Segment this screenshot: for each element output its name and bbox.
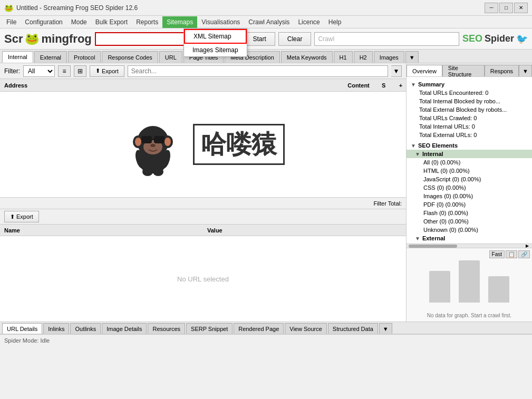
tree-item-internal-css[interactable]: CSS (0) (0.00%) <box>407 183 532 192</box>
right-tab-overview[interactable]: Overview <box>407 65 442 76</box>
dropdown-xml-sitemap[interactable]: XML Sitemap <box>184 29 247 44</box>
right-panel: Overview Site Structure Respons ▼ ▼ Summ… <box>407 63 532 322</box>
bottom-tab-rendered-page[interactable]: Rendered Page <box>234 323 284 334</box>
menu-mode[interactable]: Mode <box>67 16 91 28</box>
spider-text: Spider <box>485 33 514 44</box>
tree-item-total-external-blocked[interactable]: Total External Blocked by robots... <box>407 105 532 114</box>
graph-fast-btn[interactable]: Fast <box>489 250 505 258</box>
status-bar: Spider Mode: Idle <box>0 334 532 346</box>
export-button[interactable]: ⬆ Export <box>90 65 124 77</box>
bottom-tab-inlinks[interactable]: Inlinks <box>43 323 69 334</box>
details-col-value: Value <box>203 227 406 233</box>
tree-item-total-urls-encountered[interactable]: Total URLs Encountered: 0 <box>407 89 532 97</box>
tab-h2[interactable]: H2 <box>354 51 373 63</box>
tree-item-internal-html[interactable]: HTML (0) (0.00%) <box>407 167 532 175</box>
bottom-tab-image-details[interactable]: Image Details <box>102 323 147 334</box>
bottom-tab-outlinks[interactable]: Outlinks <box>70 323 101 334</box>
list-view-button[interactable]: ≡ <box>58 65 71 77</box>
tab-meta-keywords[interactable]: Meta Keywords <box>281 51 333 63</box>
bottom-tab-resources[interactable]: Resources <box>148 323 185 334</box>
tab-more[interactable]: ▼ <box>405 51 419 63</box>
window-controls: ─ □ ✕ <box>485 3 528 13</box>
minimize-button[interactable]: ─ <box>485 3 498 13</box>
bar-2 <box>459 260 480 303</box>
menu-sitemaps[interactable]: Sitemaps <box>162 16 197 28</box>
grid-view-button[interactable]: ⊞ <box>74 65 86 77</box>
tree-item-internal-other[interactable]: Other (0) (0.00%) <box>407 217 532 226</box>
menu-help[interactable]: Help <box>324 16 346 28</box>
tab-images[interactable]: Images <box>374 51 404 63</box>
title-text: Untitled - Screaming Frog SEO Spider 12.… <box>16 4 485 12</box>
tree-item-internal-flash[interactable]: Flash (0) (0.00%) <box>407 209 532 217</box>
internal-arrow-icon: ▼ <box>415 151 420 157</box>
logo-mingfrog: mingfrog <box>41 32 91 46</box>
tree-item-total-external-urls[interactable]: Total External URLs: 0 <box>407 131 532 139</box>
bottom-tab-more[interactable]: ▼ <box>379 323 392 334</box>
svg-point-10 <box>150 144 156 147</box>
menu-visualisations[interactable]: Visualisations <box>197 16 244 28</box>
bar-group <box>409 260 530 303</box>
tree-item-internal-images[interactable]: Images (0) (0.00%) <box>407 192 532 200</box>
external-arrow-icon: ▼ <box>415 236 420 241</box>
right-tab-more[interactable]: ▼ <box>519 65 532 76</box>
menu-bulk-export[interactable]: Bulk Export <box>91 16 132 28</box>
tab-response-codes[interactable]: Response Codes <box>102 51 158 63</box>
details-header: Name Value <box>0 225 406 236</box>
seo-elements-label: SEO Elements <box>418 142 458 149</box>
details-body: No URL selected <box>0 236 406 322</box>
tree-item-internal-javascript[interactable]: JavaScript (0) (0.00%) <box>407 175 532 183</box>
table-header: Address Content S + <box>0 79 406 92</box>
svg-point-14 <box>153 168 163 176</box>
menu-licence[interactable]: Licence <box>294 16 324 28</box>
export-label: Export <box>102 68 119 74</box>
logo-scream: Scr <box>4 32 23 46</box>
bottom-tab-url-details[interactable]: URL Details <box>2 323 42 334</box>
tree-sub-header-internal[interactable]: ▼ Internal <box>407 150 532 158</box>
tab-external[interactable]: External <box>34 51 67 63</box>
scroll-right-arrow[interactable]: ▶ <box>525 245 530 248</box>
svg-point-5 <box>165 138 171 146</box>
tab-protocol[interactable]: Protocol <box>68 51 101 63</box>
menu-file[interactable]: File <box>2 16 21 28</box>
close-button[interactable]: ✕ <box>514 3 528 13</box>
export-arrow-icon: ⬆ <box>95 67 100 74</box>
seo-text: SEO <box>462 33 482 44</box>
bottom-tab-view-source[interactable]: View Source <box>285 323 327 334</box>
col-plus-header[interactable]: + <box>395 82 406 89</box>
tree-item-total-urls-crawled[interactable]: Total URLs Crawled: 0 <box>407 114 532 122</box>
right-panel-scrollbar[interactable]: ▶ <box>407 244 532 248</box>
tree-header-seo-elements[interactable]: ▼ SEO Elements <box>407 141 532 150</box>
bottom-tab-structured-data[interactable]: Structured Data <box>328 323 378 334</box>
filter-select[interactable]: All <box>23 65 55 77</box>
maximize-button[interactable]: □ <box>499 3 513 13</box>
clear-button[interactable]: Clear <box>278 32 312 46</box>
tree-sub-header-external[interactable]: ▼ External <box>407 234 532 242</box>
bar-1 <box>429 271 450 303</box>
dropdown-images-sitemap[interactable]: Images Sitemap <box>184 44 247 56</box>
right-tab-respons[interactable]: Respons <box>485 65 519 76</box>
menu-configuration[interactable]: Configuration <box>21 16 66 28</box>
tab-h1[interactable]: H1 <box>334 51 353 63</box>
bottom-tab-serp-snippet[interactable]: SERP Snippet <box>186 323 233 334</box>
graph-icon-btn2[interactable]: 🔗 <box>518 250 530 258</box>
right-tab-site-structure[interactable]: Site Structure <box>442 65 485 76</box>
tree-item-internal-unknown[interactable]: Unknown (0) (0.00%) <box>407 226 532 234</box>
bottom-export-button[interactable]: ⬆ Export <box>4 211 39 222</box>
tree-item-internal-all[interactable]: All (0) (0.00%) <box>407 158 532 167</box>
tree-item-internal-pdf[interactable]: PDF (0) (0.00%) <box>407 200 532 209</box>
tab-url[interactable]: URL <box>159 51 182 63</box>
search-input[interactable] <box>128 65 388 77</box>
menu-crawl-analysis[interactable]: Crawl Analysis <box>244 16 294 28</box>
search-dropdown-button[interactable]: ▼ <box>391 65 402 77</box>
filter-total-label: Filter Total: <box>373 200 402 207</box>
tree-item-total-internal-urls[interactable]: Total Internal URLs: 0 <box>407 122 532 131</box>
tree-header-summary[interactable]: ▼ Summary <box>407 80 532 89</box>
tree-item-total-internal-blocked[interactable]: Total Internal Blocked by robo... <box>407 97 532 105</box>
graph-icon-btn1[interactable]: 📋 <box>506 250 517 258</box>
svg-point-4 <box>135 138 141 146</box>
start-button[interactable]: Start <box>244 32 275 46</box>
menu-reports[interactable]: Reports <box>132 16 162 28</box>
tree-section-summary: ▼ Summary Total URLs Encountered: 0 Tota… <box>407 79 532 140</box>
tab-internal[interactable]: Internal <box>2 51 33 63</box>
right-tree: ▼ Summary Total URLs Encountered: 0 Tota… <box>407 77 532 244</box>
